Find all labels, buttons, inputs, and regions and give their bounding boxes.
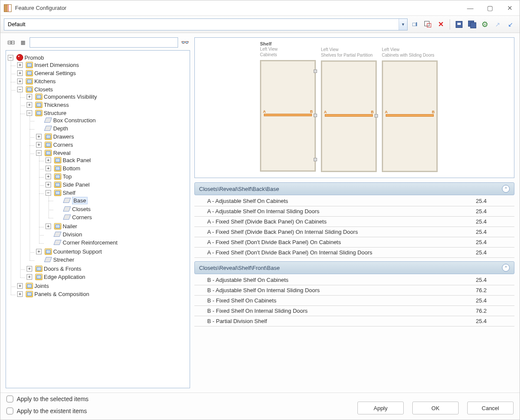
duplicate-button[interactable] <box>422 19 433 30</box>
property-row[interactable]: A - Fixed Shelf (Divide Back Panel) On I… <box>194 227 514 237</box>
property-value[interactable]: 25.4 <box>476 318 514 324</box>
settings-button[interactable]: ⚙ <box>479 19 490 30</box>
toggle-icon[interactable]: + <box>27 266 32 272</box>
collapse-icon[interactable]: ⌃ <box>502 264 510 272</box>
tree-node-corner-reinforcement[interactable]: Corner Reinforcement <box>45 239 189 246</box>
tree-node-components-visibility[interactable]: +Components Visibility <box>26 94 189 100</box>
group-header[interactable]: Closets\Reveal\Shelf\Back\Base⌃ <box>194 182 514 195</box>
property-value[interactable]: 25.4 <box>476 249 514 256</box>
tree-node-side-panel[interactable]: +Side Panel <box>45 181 189 188</box>
property-value[interactable]: 25.4 <box>476 198 514 204</box>
toggle-icon[interactable]: + <box>17 283 23 289</box>
property-row[interactable]: B - Fixed Shelf On Cabinets25.4 <box>194 296 514 306</box>
tree-node-reveal[interactable]: −Reveal <box>35 150 189 156</box>
tree-node-thickness[interactable]: +Thickness <box>26 102 189 108</box>
toggle-icon[interactable]: + <box>45 174 51 179</box>
property-value[interactable]: 76.2 <box>476 308 514 314</box>
property-row[interactable]: A - Fixed Shelf (Don't Divide Back Panel… <box>194 237 514 248</box>
toggle-icon[interactable]: + <box>36 134 42 139</box>
apply-button[interactable]: Apply <box>357 402 404 414</box>
link-in-button[interactable]: ↙ <box>505 19 516 30</box>
property-value[interactable]: 25.4 <box>476 239 514 245</box>
tree-node-general-settings[interactable]: +General Settings <box>16 70 189 76</box>
toggle-icon[interactable]: − <box>17 87 23 92</box>
tree-node-back-panel[interactable]: +Back Panel <box>45 157 189 163</box>
preset-dropdown-icon[interactable]: ▼ <box>399 19 407 30</box>
tree-node-countertop-support[interactable]: +Countertop Support <box>35 248 189 255</box>
property-row[interactable]: A - Fixed Shelf (Don't Divide Back Panel… <box>194 248 514 258</box>
collapse-all-button[interactable]: ⊟⊟ <box>6 37 16 48</box>
toggle-icon[interactable]: + <box>36 142 42 148</box>
tree-node-top[interactable]: +Top <box>45 173 189 180</box>
tree-node-base[interactable]: Base <box>54 197 189 204</box>
tree-node-closets[interactable]: −Closets <box>16 86 189 93</box>
toggle-icon[interactable]: + <box>17 291 23 297</box>
toggle-icon[interactable]: + <box>45 166 51 171</box>
property-row[interactable]: A - Fixed Shelf (Divide Back Panel) On C… <box>194 217 514 227</box>
property-row[interactable]: A - Adjustable Shelf On Internal Sliding… <box>194 206 514 217</box>
tree-node-corners[interactable]: +Corners <box>35 142 189 148</box>
toggle-icon[interactable]: − <box>36 150 42 156</box>
tree-node-panels-composition[interactable]: +Panels & Composition <box>16 291 189 297</box>
toggle-icon[interactable]: + <box>17 79 23 84</box>
tree-node-insert-dimensions[interactable]: +Insert Dimensions <box>16 62 189 68</box>
toggle-icon[interactable]: − <box>8 55 13 60</box>
expand-all-button[interactable]: ▦ <box>18 37 28 48</box>
tree-node-kitchens[interactable]: +Kitchens <box>16 78 189 85</box>
property-row[interactable]: B - Adjustable Shelf On Internal Sliding… <box>194 285 514 296</box>
tree-node-shelf[interactable]: −Shelf <box>45 190 189 196</box>
tree-node-box-construction[interactable]: Box Construction <box>35 117 189 124</box>
tree-node-strecher[interactable]: Strecher <box>35 257 189 263</box>
minimize-button[interactable]: — <box>460 0 480 16</box>
close-button[interactable]: ✕ <box>500 0 520 16</box>
tree-node-nailer[interactable]: +Nailer <box>45 223 189 230</box>
tree-node-bottom[interactable]: +Bottom <box>45 165 189 172</box>
search-button[interactable]: 👓 <box>180 37 190 48</box>
save-button[interactable] <box>453 19 465 30</box>
property-value[interactable]: 25.4 <box>476 229 514 235</box>
property-value[interactable]: 25.4 <box>476 277 514 283</box>
group-header[interactable]: Closets\Reveal\Shelf\Front\Base⌃ <box>194 261 514 274</box>
toggle-icon[interactable]: + <box>27 274 32 280</box>
link-out-button[interactable]: ↗ <box>492 19 503 30</box>
tree-node-drawers[interactable]: +Drawers <box>35 133 189 140</box>
property-value[interactable]: 76.2 <box>476 287 514 293</box>
toggle-icon[interactable]: + <box>17 70 23 76</box>
property-value[interactable]: 25.4 <box>476 218 514 225</box>
maximize-button[interactable]: ▢ <box>480 0 500 16</box>
toggle-icon[interactable]: + <box>27 102 32 108</box>
property-row[interactable]: B - Partial Division Shelf25.4 <box>194 316 514 326</box>
tree-node-joints[interactable]: +Joints <box>16 283 189 289</box>
property-value[interactable]: 25.4 <box>476 208 514 215</box>
tree-node-doors-fronts[interactable]: +Doors & Fronts <box>26 266 189 272</box>
tree-node-structure[interactable]: −Structure <box>26 110 189 116</box>
toggle-icon[interactable]: − <box>45 190 51 196</box>
toggle-icon[interactable]: + <box>45 182 51 187</box>
apply-selected-checkbox[interactable]: Apply to the selected items <box>6 396 88 402</box>
toggle-icon[interactable]: + <box>17 62 23 68</box>
tree-node-shelf-corners[interactable]: Corners <box>54 214 189 221</box>
property-row[interactable]: A - Adjustable Shelf On Cabinets25.4 <box>194 196 514 206</box>
toggle-icon[interactable]: + <box>45 157 51 163</box>
preset-input[interactable] <box>4 19 399 30</box>
property-row[interactable]: B - Adjustable Shelf On Cabinets25.4 <box>194 275 514 285</box>
collapse-icon[interactable]: ⌃ <box>502 185 510 193</box>
tree-node-promob[interactable]: − Promob <box>7 54 189 61</box>
toggle-icon[interactable]: + <box>45 224 51 229</box>
property-value[interactable]: 25.4 <box>476 297 514 304</box>
tree-node-depth[interactable]: Depth <box>35 125 189 132</box>
tree-view[interactable]: − Promob +Insert Dimensions +General Set… <box>6 50 190 388</box>
apply-existent-checkbox[interactable]: Apply to the existent items <box>6 408 88 414</box>
preset-combo[interactable]: ▼ <box>4 18 408 30</box>
toggle-icon[interactable]: − <box>27 110 32 116</box>
property-row[interactable]: B - Fixed Shelf On Internal Sliding Door… <box>194 306 514 316</box>
rename-button[interactable]: □I <box>409 19 420 30</box>
tree-node-division[interactable]: Division <box>45 231 189 238</box>
tree-node-edge-application[interactable]: +Edge Application <box>26 274 189 280</box>
toggle-icon[interactable]: + <box>36 249 42 254</box>
save-all-button[interactable] <box>466 19 478 30</box>
tree-node-shelf-closets[interactable]: Closets <box>54 206 189 212</box>
ok-button[interactable]: OK <box>412 402 459 414</box>
cancel-button[interactable]: Cancel <box>467 402 514 414</box>
search-input[interactable] <box>30 37 178 48</box>
